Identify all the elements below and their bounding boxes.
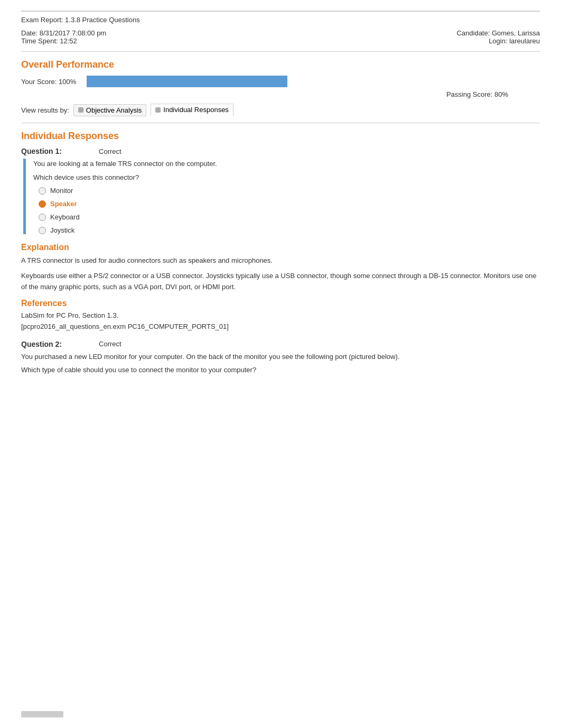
option-monitor-text: Monitor [50,187,73,195]
explanation-section: Explanation A TRS connector is used for … [21,243,540,292]
date-row: Date: 8/31/2017 7:08:00 pm [21,29,106,37]
question-1-text-2: Which device uses this connector? [33,172,540,183]
references-line-1: LabSim for PC Pro, Section 1.3. [21,310,540,321]
divider-2 [21,123,540,123]
view-results-label: View results by: [21,106,69,114]
radio-keyboard [39,214,46,221]
references-section: References LabSim for PC Pro, Section 1.… [21,299,540,333]
date-label: Date: [21,29,38,37]
meta-right: Candidate: Gomes, Larissa Login: lareula… [456,29,540,45]
question-1-header: Question 1: Correct [21,147,540,155]
question-1-label: Question 1: [21,147,62,155]
explanation-text-1: A TRS connector is used for audio connec… [21,255,540,266]
view-results-row: View results by: Objective Analysis Indi… [21,104,540,116]
option-monitor: Monitor [39,187,540,195]
tab-dot-objective [78,107,83,113]
option-joystick-text: Joystick [50,226,74,234]
candidate-value: Gomes, Larissa [492,29,540,37]
tab-dot-individual [155,107,161,113]
footer-bar [21,711,63,717]
option-keyboard-text: Keyboard [50,213,80,221]
time-spent-label: Time Spent: [21,37,58,45]
option-joystick: Joystick [39,226,540,234]
question-2-text-1: You purchased a new LED monitor for your… [21,352,540,362]
radio-speaker [39,200,46,208]
question-2-text-2: Which type of cable should you use to co… [21,365,540,375]
question-2-block: Question 2: Correct You purchased a new … [21,340,540,375]
time-spent-value: 12:52 [60,37,77,45]
option-speaker: Speaker [39,200,540,208]
individual-responses-heading: Individual Responses [21,131,540,142]
question-1-text-1: You are looking at a female TRS connecto… [33,159,540,169]
login-label: Login: [489,37,507,45]
radio-joystick [39,227,46,234]
score-bar-fill [87,76,287,87]
references-heading: References [21,299,540,308]
tab-objective-analysis[interactable]: Objective Analysis [73,104,147,116]
report-title: Exam Report: 1.3.8 Practice Questions [21,16,540,24]
candidate-label: Candidate: [456,29,490,37]
answer-options-q1: Monitor Speaker Keyboard Joystick [39,187,540,234]
question-1-status: Correct [99,148,121,155]
question-2-label: Question 2: [21,340,62,348]
tab-objective-label: Objective Analysis [86,106,142,114]
tab-individual-responses[interactable]: Individual Responses [151,104,233,116]
candidate-row: Candidate: Gomes, Larissa [456,29,540,37]
score-bar-container [87,76,287,87]
login-row: Login: lareulareu [456,37,540,45]
question-2-status: Correct [99,340,121,348]
references-text: LabSim for PC Pro, Section 1.3. [pcpro20… [21,310,540,333]
question-1-content: You are looking at a female TRS connecto… [23,159,540,234]
footer-bar-line [21,711,63,717]
your-score-label: Your Score: 100% [21,78,76,86]
question-1-block: Question 1: Correct You are looking at a… [21,147,540,234]
references-line-2: [pcpro2016_all_questions_en.exm PC16_COM… [21,321,540,333]
option-keyboard: Keyboard [39,213,540,221]
question-2-header: Question 2: Correct [21,340,540,348]
score-row: Your Score: 100% [21,76,540,87]
meta-info-row: Date: 8/31/2017 7:08:00 pm Time Spent: 1… [21,29,540,45]
login-value: lareulareu [509,37,540,45]
option-speaker-text: Speaker [50,200,77,208]
explanation-heading: Explanation [21,243,540,252]
overall-performance-heading: Overall Performance [21,59,540,70]
explanation-text-2: Keyboards use either a PS/2 connector or… [21,271,540,293]
tab-individual-label: Individual Responses [163,106,229,114]
report-header-bar: Exam Report: 1.3.8 Practice Questions [21,11,540,24]
radio-monitor [39,187,46,195]
date-value: 8/31/2017 7:08:00 pm [40,29,107,37]
passing-score-row: Passing Score: 80% [21,90,540,98]
meta-left: Date: 8/31/2017 7:08:00 pm Time Spent: 1… [21,29,106,45]
time-spent-row: Time Spent: 12:52 [21,37,106,45]
divider-1 [21,51,540,52]
passing-score-label: Passing Score: 80% [446,90,508,98]
